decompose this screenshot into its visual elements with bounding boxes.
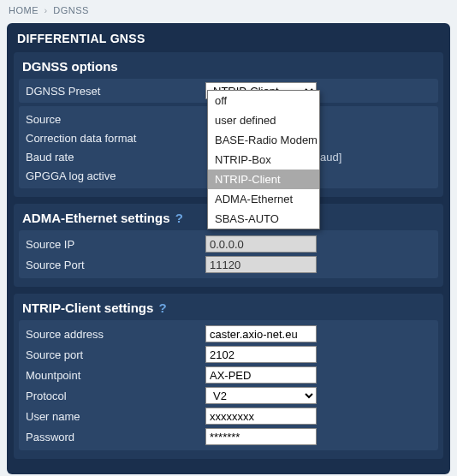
preset-option-adma-ethernet[interactable]: ADMA-Ethernet xyxy=(208,189,319,209)
preset-option-base-radio-modem[interactable]: BASE-Radio Modem xyxy=(208,130,319,150)
adma-ip-input xyxy=(205,235,317,253)
ntrip-addr-input[interactable] xyxy=(205,325,317,342)
preset-option-sbas-auto[interactable]: SBAS-AUTO xyxy=(208,209,319,229)
ntrip-proto-label: Protocol xyxy=(26,390,205,402)
preset-option-off[interactable]: off xyxy=(208,91,319,110)
breadcrumb-current: DGNSS xyxy=(53,5,89,15)
ntrip-user-input[interactable] xyxy=(205,408,317,425)
correction-format-label: Correction data format xyxy=(26,132,205,145)
adma-ip-label: Source IP xyxy=(26,238,205,251)
adma-port-label: Source Port xyxy=(26,259,205,271)
breadcrumb: HOME › DGNSS xyxy=(0,0,457,21)
ntrip-port-label: Source port xyxy=(26,348,205,361)
ntrip-proto-select[interactable]: V2 xyxy=(205,387,317,404)
ntrip-port-input[interactable] xyxy=(205,346,317,363)
adma-port-input xyxy=(205,256,317,273)
dgnss-panel: DIFFERENTIAL GNSS DGNSS options DGNSS Pr… xyxy=(7,23,450,474)
source-label: Source xyxy=(26,113,205,126)
ntrip-title-text: NTRIP-Client settings xyxy=(22,300,153,315)
ntrip-addr-label: Source address xyxy=(26,328,205,341)
ntrip-fields: Source address Source port Mountpoint Pr… xyxy=(19,320,438,450)
adma-fields: Source IP Source Port xyxy=(19,230,438,278)
dgnss-options-section: DGNSS options DGNSS Preset NTRIP-Client … xyxy=(14,52,443,197)
dgnss-preset-label: DGNSS Preset xyxy=(26,85,205,98)
preset-option-user-defined[interactable]: user defined xyxy=(208,110,319,130)
breadcrumb-sep-icon: › xyxy=(45,5,48,15)
panel-title: DIFFERENTIAL GNSS xyxy=(7,23,450,52)
ntrip-client-section: NTRIP-Client settings ? Source address S… xyxy=(14,294,443,459)
gpgga-label: GPGGA log active xyxy=(26,170,205,182)
adma-title-text: ADMA-Ethernet settings xyxy=(22,211,170,225)
ntrip-user-label: User name xyxy=(26,410,205,423)
baud-rate-label: Baud rate xyxy=(26,151,205,164)
ntrip-help-icon[interactable]: ? xyxy=(159,300,167,315)
preset-option-ntrip-client[interactable]: NTRIP-Client xyxy=(208,170,319,189)
breadcrumb-home[interactable]: HOME xyxy=(9,5,39,15)
ntrip-title: NTRIP-Client settings ? xyxy=(14,294,443,320)
preset-option-ntrip-box[interactable]: NTRIP-Box xyxy=(208,150,319,170)
dgnss-options-title: DGNSS options xyxy=(14,52,443,79)
ntrip-mount-input[interactable] xyxy=(205,366,317,384)
ntrip-pass-input[interactable] xyxy=(205,428,317,445)
ntrip-mount-label: Mountpoint xyxy=(26,369,205,382)
dgnss-preset-dropdown[interactable]: off user defined BASE-Radio Modem NTRIP-… xyxy=(207,90,320,229)
ntrip-pass-label: Password xyxy=(26,431,205,443)
baud-rate-unit: aud] xyxy=(320,151,341,164)
adma-help-icon[interactable]: ? xyxy=(175,211,183,225)
